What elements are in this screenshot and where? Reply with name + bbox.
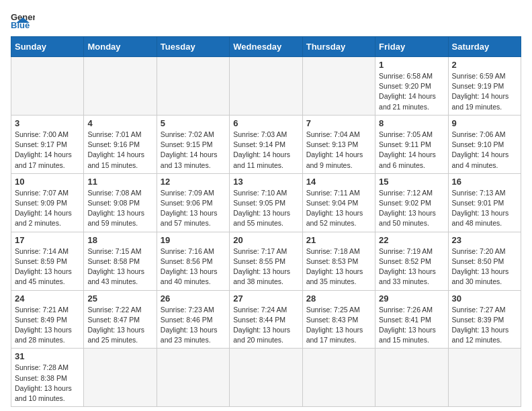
- page-header: General Blue: [11, 11, 521, 30]
- day-number: 6: [233, 118, 298, 128]
- calendar-cell: 3Sunrise: 7:00 AM Sunset: 9:17 PM Daylig…: [11, 115, 84, 173]
- calendar-cell: [230, 349, 302, 407]
- calendar-cell: 4Sunrise: 7:01 AM Sunset: 9:16 PM Daylig…: [84, 115, 157, 173]
- weekday-header-thursday: Thursday: [302, 37, 375, 57]
- day-number: 15: [379, 177, 444, 187]
- day-info: Sunrise: 7:27 AM Sunset: 8:39 PM Dayligh…: [452, 305, 517, 346]
- week-row-4: 17Sunrise: 7:14 AM Sunset: 8:59 PM Dayli…: [11, 232, 521, 290]
- weekday-header-wednesday: Wednesday: [230, 37, 302, 57]
- day-info: Sunrise: 7:22 AM Sunset: 8:47 PM Dayligh…: [87, 305, 152, 346]
- day-number: 29: [379, 293, 444, 304]
- day-number: 28: [306, 293, 371, 304]
- weekday-header-row: SundayMondayTuesdayWednesdayThursdayFrid…: [11, 37, 521, 57]
- calendar-cell: 14Sunrise: 7:11 AM Sunset: 9:04 PM Dayli…: [302, 173, 375, 232]
- day-info: Sunrise: 7:05 AM Sunset: 9:11 PM Dayligh…: [379, 130, 444, 171]
- day-number: 23: [452, 235, 517, 245]
- calendar-cell: 21Sunrise: 7:18 AM Sunset: 8:53 PM Dayli…: [302, 232, 375, 290]
- day-number: 18: [87, 235, 152, 245]
- calendar-cell: 29Sunrise: 7:26 AM Sunset: 8:41 PM Dayli…: [375, 290, 448, 349]
- calendar-cell: 15Sunrise: 7:12 AM Sunset: 9:02 PM Dayli…: [375, 173, 448, 232]
- weekday-header-tuesday: Tuesday: [157, 37, 229, 57]
- calendar-cell: 19Sunrise: 7:16 AM Sunset: 8:56 PM Dayli…: [157, 232, 229, 290]
- day-number: 30: [452, 293, 517, 304]
- day-info: Sunrise: 7:19 AM Sunset: 8:52 PM Dayligh…: [379, 246, 444, 287]
- day-number: 26: [161, 293, 226, 304]
- day-info: Sunrise: 7:23 AM Sunset: 8:46 PM Dayligh…: [161, 305, 226, 346]
- calendar-table: SundayMondayTuesdayWednesdayThursdayFrid…: [11, 36, 521, 407]
- day-number: 17: [15, 235, 80, 245]
- day-number: 13: [233, 177, 298, 187]
- day-info: Sunrise: 7:15 AM Sunset: 8:58 PM Dayligh…: [87, 246, 152, 287]
- day-info: Sunrise: 7:25 AM Sunset: 8:43 PM Dayligh…: [306, 305, 371, 346]
- day-number: 27: [233, 293, 298, 304]
- day-number: 22: [379, 235, 444, 245]
- calendar-cell: 10Sunrise: 7:07 AM Sunset: 9:09 PM Dayli…: [11, 173, 84, 232]
- calendar-cell: 16Sunrise: 7:13 AM Sunset: 9:01 PM Dayli…: [448, 173, 521, 232]
- day-number: 8: [379, 118, 444, 128]
- day-info: Sunrise: 7:24 AM Sunset: 8:44 PM Dayligh…: [233, 305, 298, 346]
- calendar-cell: [302, 349, 375, 407]
- day-number: 4: [87, 118, 152, 128]
- day-info: Sunrise: 7:00 AM Sunset: 9:17 PM Dayligh…: [15, 130, 80, 171]
- day-info: Sunrise: 7:02 AM Sunset: 9:15 PM Dayligh…: [161, 130, 226, 171]
- calendar-cell: 23Sunrise: 7:20 AM Sunset: 8:50 PM Dayli…: [448, 232, 521, 290]
- day-number: 21: [306, 235, 371, 245]
- calendar-cell: [84, 349, 157, 407]
- calendar-cell: 2Sunrise: 6:59 AM Sunset: 9:19 PM Daylig…: [448, 57, 521, 116]
- day-number: 25: [87, 293, 152, 304]
- week-row-5: 24Sunrise: 7:21 AM Sunset: 8:49 PM Dayli…: [11, 290, 521, 349]
- day-info: Sunrise: 7:14 AM Sunset: 8:59 PM Dayligh…: [15, 246, 80, 287]
- day-info: Sunrise: 7:04 AM Sunset: 9:13 PM Dayligh…: [306, 130, 371, 171]
- day-number: 1: [379, 60, 444, 70]
- calendar-cell: 5Sunrise: 7:02 AM Sunset: 9:15 PM Daylig…: [157, 115, 229, 173]
- calendar-cell: 30Sunrise: 7:27 AM Sunset: 8:39 PM Dayli…: [448, 290, 521, 349]
- day-number: 31: [15, 351, 80, 361]
- calendar-cell: 24Sunrise: 7:21 AM Sunset: 8:49 PM Dayli…: [11, 290, 84, 349]
- calendar-cell: 9Sunrise: 7:06 AM Sunset: 9:10 PM Daylig…: [448, 115, 521, 173]
- calendar-cell: 18Sunrise: 7:15 AM Sunset: 8:58 PM Dayli…: [84, 232, 157, 290]
- weekday-header-monday: Monday: [84, 37, 157, 57]
- calendar-cell: 7Sunrise: 7:04 AM Sunset: 9:13 PM Daylig…: [302, 115, 375, 173]
- calendar-cell: 1Sunrise: 6:58 AM Sunset: 9:20 PM Daylig…: [375, 57, 448, 116]
- calendar-cell: [157, 57, 229, 116]
- day-info: Sunrise: 7:26 AM Sunset: 8:41 PM Dayligh…: [379, 305, 444, 346]
- day-number: 3: [15, 118, 80, 128]
- svg-text:Blue: Blue: [11, 20, 30, 30]
- day-number: 5: [161, 118, 226, 128]
- day-info: Sunrise: 7:12 AM Sunset: 9:02 PM Dayligh…: [379, 188, 444, 229]
- day-info: Sunrise: 7:01 AM Sunset: 9:16 PM Dayligh…: [87, 130, 152, 171]
- day-info: Sunrise: 7:20 AM Sunset: 8:50 PM Dayligh…: [452, 246, 517, 287]
- day-number: 9: [452, 118, 517, 128]
- day-number: 16: [452, 177, 517, 187]
- week-row-1: 1Sunrise: 6:58 AM Sunset: 9:20 PM Daylig…: [11, 57, 521, 116]
- weekday-header-sunday: Sunday: [11, 37, 84, 57]
- calendar-cell: [302, 57, 375, 116]
- day-number: 7: [306, 118, 371, 128]
- day-info: Sunrise: 7:16 AM Sunset: 8:56 PM Dayligh…: [161, 246, 226, 287]
- day-info: Sunrise: 7:08 AM Sunset: 9:08 PM Dayligh…: [87, 188, 152, 229]
- day-info: Sunrise: 7:03 AM Sunset: 9:14 PM Dayligh…: [233, 130, 298, 171]
- calendar-cell: [84, 57, 157, 116]
- calendar-cell: 20Sunrise: 7:17 AM Sunset: 8:55 PM Dayli…: [230, 232, 302, 290]
- day-info: Sunrise: 7:18 AM Sunset: 8:53 PM Dayligh…: [306, 246, 371, 287]
- day-info: Sunrise: 6:58 AM Sunset: 9:20 PM Dayligh…: [379, 71, 444, 112]
- calendar-cell: 26Sunrise: 7:23 AM Sunset: 8:46 PM Dayli…: [157, 290, 229, 349]
- day-info: Sunrise: 7:28 AM Sunset: 8:38 PM Dayligh…: [15, 363, 80, 404]
- day-number: 14: [306, 177, 371, 187]
- calendar-cell: 31Sunrise: 7:28 AM Sunset: 8:38 PM Dayli…: [11, 349, 84, 407]
- day-number: 11: [87, 177, 152, 187]
- calendar-cell: [157, 349, 229, 407]
- day-info: Sunrise: 7:17 AM Sunset: 8:55 PM Dayligh…: [233, 246, 298, 287]
- day-number: 19: [161, 235, 226, 245]
- calendar-cell: 11Sunrise: 7:08 AM Sunset: 9:08 PM Dayli…: [84, 173, 157, 232]
- calendar-cell: [11, 57, 84, 116]
- weekday-header-saturday: Saturday: [448, 37, 521, 57]
- logo: General Blue: [11, 11, 38, 30]
- day-number: 2: [452, 60, 517, 70]
- calendar-cell: 13Sunrise: 7:10 AM Sunset: 9:05 PM Dayli…: [230, 173, 302, 232]
- day-info: Sunrise: 7:13 AM Sunset: 9:01 PM Dayligh…: [452, 188, 517, 229]
- calendar-cell: [375, 349, 448, 407]
- calendar-cell: 6Sunrise: 7:03 AM Sunset: 9:14 PM Daylig…: [230, 115, 302, 173]
- day-info: Sunrise: 7:10 AM Sunset: 9:05 PM Dayligh…: [233, 188, 298, 229]
- calendar-cell: [230, 57, 302, 116]
